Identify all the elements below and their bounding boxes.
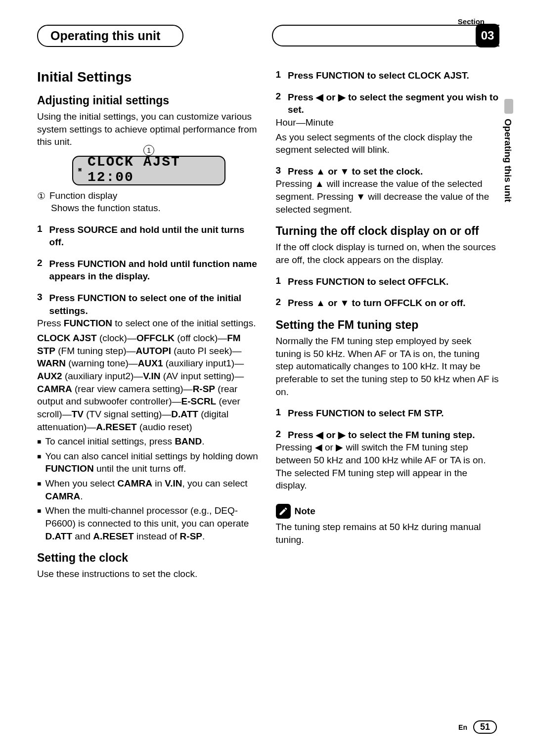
bullet-text: When the multi-channel processor (e.g., … [45, 504, 261, 542]
step-text: Press FUNCTION and hold until function n… [49, 258, 261, 283]
pencil-icon [276, 504, 291, 519]
step-num: 3 [276, 165, 281, 178]
fm-intro: Normally the FM tuning step employed by … [276, 335, 500, 398]
caption-row: ① Function display [37, 190, 261, 202]
offclk-intro: If the off clock display is turned on, w… [276, 241, 500, 266]
section-number-badge: 03 [476, 24, 499, 47]
step-text: Press SOURCE and hold until the unit tur… [49, 223, 261, 249]
heading-fm-step: Setting the FM tuning step [276, 318, 500, 332]
bullet-4: ■ When the multi-channel processor (e.g.… [37, 504, 261, 542]
callout-circle: 1 [143, 145, 154, 156]
lcd-figure: 1 ▣ CLOCK AJST 12:00 [72, 156, 225, 185]
clock-step-3: 3 Press ▲ or ▼ to set the clock. [276, 165, 500, 178]
left-column: Initial Settings Adjusting initial setti… [37, 69, 261, 582]
caption-num: ① [37, 190, 45, 202]
fm-body: Pressing ◀ or ▶ will switch the FM tunin… [276, 441, 500, 492]
set-body: Pressing ▲ will increase the value of th… [276, 178, 500, 216]
step-num: 2 [276, 429, 281, 442]
step-text: Press ▲ or ▼ to set the clock. [288, 165, 499, 178]
step-num: 2 [276, 91, 281, 116]
heading-initial-settings: Initial Settings [37, 69, 261, 85]
intro-text: Using the initial settings, you can cust… [37, 110, 261, 148]
step-num: 3 [37, 292, 43, 317]
page-title: Operating this unit [50, 29, 160, 43]
step-2: 2 Press FUNCTION and hold until function… [37, 258, 261, 283]
heading-setting-clock: Setting the clock [37, 551, 261, 565]
bullet-icon: ■ [37, 437, 41, 448]
bullet-icon: ■ [37, 506, 41, 542]
clock-step-2: 2 Press ◀ or ▶ to select the segment you… [276, 91, 500, 116]
bullet-3: ■ When you select CAMRA in V.IN, you can… [37, 477, 261, 502]
side-tab-label: Operating this unit [502, 119, 513, 202]
seg-body-2: As you select segments of the clock disp… [276, 131, 500, 156]
footer: En 51 [458, 720, 497, 734]
fm-step-2: 2 Press ◀ or ▶ to select the FM tuning s… [276, 429, 500, 442]
note-header: Note [276, 504, 500, 519]
offclk-step-1: 1 Press FUNCTION to select OFFCLK. [276, 275, 500, 288]
right-column: 1 Press FUNCTION to select CLOCK AJST. 2… [276, 69, 500, 582]
footer-lang: En [458, 723, 467, 731]
callout-line [149, 156, 149, 162]
note-body: The tuning step remains at 50 kHz during… [276, 521, 500, 546]
note-label: Note [295, 506, 315, 517]
step-text: Press FUNCTION to select OFFCLK. [288, 275, 499, 288]
settings-chain: CLOCK AJST (clock)—OFFCLK (off clock)—FM… [37, 332, 261, 433]
offclk-step-2: 2 Press ▲ or ▼ to turn OFFCLK on or off. [276, 297, 500, 310]
bullet-text: You can also cancel initial settings by … [45, 450, 261, 475]
title-pill-right [272, 25, 499, 46]
step3-body: Press FUNCTION to select one of the init… [37, 317, 261, 330]
step-num: 1 [37, 223, 43, 249]
step-3: 3 Press FUNCTION to select one of the in… [37, 292, 261, 317]
clock-intro: Use these instructions to set the clock. [37, 568, 261, 580]
footer-page-number: 51 [473, 720, 497, 734]
clock-step-1: 1 Press FUNCTION to select CLOCK AJST. [276, 69, 500, 82]
step-num: 2 [37, 258, 43, 283]
heading-offclk: Turning the off clock display on or off [276, 224, 500, 238]
fm-step-1: 1 Press FUNCTION to select FM STP. [276, 407, 500, 420]
step-num: 2 [276, 297, 281, 310]
step-text: Press FUNCTION to select one of the init… [49, 292, 261, 317]
bullet-icon: ■ [37, 452, 41, 475]
bullet-1: ■ To cancel initial settings, press BAND… [37, 435, 261, 448]
caption-body: Shows the function status. [51, 202, 261, 215]
step-text: Press ◀ or ▶ to select the segment you w… [288, 91, 499, 116]
header-bar: Section Operating this unit 03 [37, 25, 499, 44]
step-text: Press FUNCTION to select CLOCK AJST. [288, 69, 499, 82]
lcd-text: CLOCK AJST 12:00 [88, 154, 220, 185]
bullet-text: When you select CAMRA in V.IN, you can s… [45, 477, 261, 502]
seg-body-1: Hour—Minute [276, 116, 500, 129]
heading-adjusting: Adjusting initial settings [37, 94, 261, 107]
step-text: Press FUNCTION to select FM STP. [288, 407, 499, 420]
bullet-text: To cancel initial settings, press BAND. [45, 435, 204, 448]
step-num: 1 [276, 407, 281, 420]
page-title-pill: Operating this unit [37, 25, 183, 47]
step-num: 1 [276, 275, 281, 288]
step-text: Press ▲ or ▼ to turn OFFCLK on or off. [288, 297, 499, 310]
bullet-icon: ■ [37, 479, 41, 502]
step-num: 1 [276, 69, 281, 82]
side-tab-accent [504, 99, 513, 114]
caption-label: Function display [49, 190, 117, 202]
step-1: 1 Press SOURCE and hold until the unit t… [37, 223, 261, 249]
bullet-2: ■ You can also cancel initial settings b… [37, 450, 261, 475]
lcd-icon: ▣ [78, 166, 83, 173]
step-text: Press ◀ or ▶ to select the FM tuning ste… [288, 429, 499, 442]
